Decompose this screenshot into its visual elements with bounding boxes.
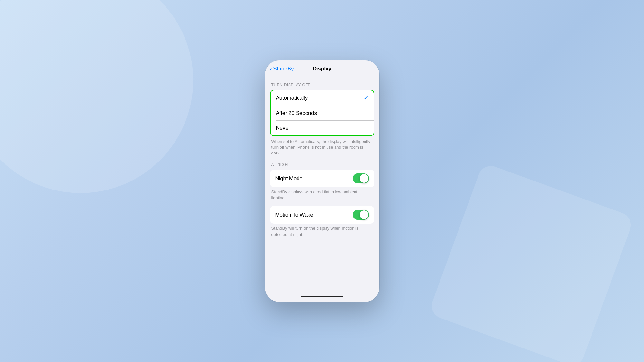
page-title: Display: [313, 66, 331, 72]
option-automatically-label: Automatically: [276, 95, 308, 101]
motion-to-wake-group: Motion To Wake: [270, 206, 374, 224]
turn-display-off-label: TURN DISPLAY OFF: [265, 83, 379, 90]
settings-content: TURN DISPLAY OFF Automatically ✓ After 2…: [265, 76, 379, 292]
night-mode-description: StandBy displays with a red tint in low …: [265, 187, 379, 206]
motion-to-wake-row: Motion To Wake: [270, 206, 374, 224]
option-after-20-seconds[interactable]: After 20 Seconds: [271, 106, 374, 121]
back-label: StandBy: [273, 66, 294, 72]
toggle-knob: [360, 174, 368, 183]
option-automatically[interactable]: Automatically ✓: [271, 90, 374, 106]
home-indicator: [265, 292, 379, 302]
phone-screen: ‹ StandBy Display TURN DISPLAY OFF Autom…: [265, 60, 379, 302]
motion-to-wake-description: StandBy will turn on the display when mo…: [265, 224, 379, 242]
night-mode-toggle[interactable]: [353, 173, 369, 183]
display-off-description: When set to Automatically, the display w…: [265, 136, 379, 163]
option-never[interactable]: Never: [271, 121, 374, 135]
toggle-knob-2: [360, 210, 368, 219]
option-never-label: Never: [276, 125, 290, 131]
night-mode-group: Night Mode: [270, 170, 374, 187]
home-bar: [301, 296, 343, 297]
chevron-left-icon: ‹: [270, 65, 272, 72]
at-night-label: AT NIGHT: [265, 162, 379, 170]
night-mode-row: Night Mode: [270, 170, 374, 187]
motion-to-wake-label: Motion To Wake: [275, 212, 313, 218]
motion-to-wake-toggle[interactable]: [353, 210, 369, 220]
option-after-20-label: After 20 Seconds: [276, 110, 317, 116]
night-mode-label: Night Mode: [275, 175, 303, 182]
back-button[interactable]: ‹ StandBy: [270, 66, 294, 72]
checkmark-icon: ✓: [364, 95, 368, 102]
nav-bar: ‹ StandBy Display: [265, 60, 379, 76]
display-off-options-group: Automatically ✓ After 20 Seconds Never: [270, 90, 374, 136]
